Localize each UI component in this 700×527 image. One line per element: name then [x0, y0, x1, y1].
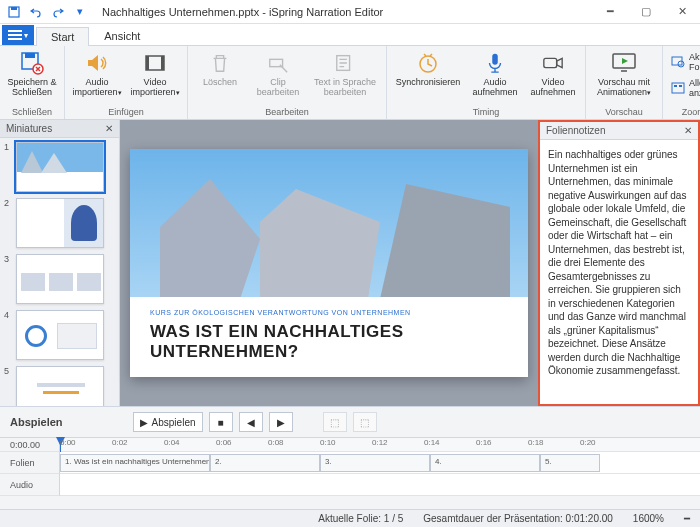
svg-rect-20 — [674, 85, 677, 87]
tab-view[interactable]: Ansicht — [89, 26, 155, 45]
minimize-button[interactable]: ━ — [596, 3, 624, 21]
svg-rect-14 — [492, 54, 498, 65]
svg-rect-10 — [161, 56, 164, 70]
slide-title: WAS IST EIN NACHHALTIGES UNTERNEHMEN? — [150, 322, 508, 361]
timeline-grid: 0:00.00 0:000:020:040:060:080:100:120:14… — [0, 437, 700, 509]
quick-access-toolbar: ▾ — [4, 3, 90, 21]
svg-rect-2 — [8, 30, 22, 32]
import-audio-button[interactable]: Audio importieren▾ — [71, 50, 123, 105]
tts-button[interactable]: Text in Sprache bearbeiten — [310, 50, 380, 105]
edit-clip-button[interactable]: Clip bearbeiten — [252, 50, 304, 105]
speaker-icon — [84, 50, 110, 76]
work-area: Miniatures ✕ 1 2 3 4 5 KURS ZUR ÖKOLOGIS… — [0, 120, 700, 406]
ribbon-tabs: ▾ Start Ansicht — [0, 24, 700, 46]
sync-button[interactable]: Synchronisieren — [393, 50, 463, 105]
thumbnail-4[interactable] — [16, 310, 104, 360]
preview-button[interactable]: Vorschau mit Animationen▾ — [592, 50, 656, 105]
title-bar: ▾ Nachhaltiges Unternehmen.pptx - iSprin… — [0, 0, 700, 24]
slide-clip-3[interactable]: 3. — [320, 454, 430, 472]
status-bar: Aktuelle Folie: 1 / 5 Gesamtdauer der Pr… — [0, 509, 700, 527]
prev-button[interactable]: ◀ — [239, 412, 263, 432]
slide-clip-5[interactable]: 5. — [540, 454, 600, 472]
ribbon-group-edit: Löschen Clip bearbeiten Text in Sprache … — [188, 46, 387, 119]
svg-rect-6 — [25, 53, 35, 58]
slide[interactable]: KURS ZUR ÖKOLOGISCHEN VERANTWORTUNG VON … — [130, 149, 528, 377]
marker-a-button[interactable]: ⬚ — [323, 412, 347, 432]
close-button[interactable]: ✕ — [668, 3, 696, 21]
fit-all-icon — [671, 81, 685, 95]
maximize-button[interactable]: ▢ — [632, 3, 660, 21]
audio-track[interactable] — [60, 474, 700, 496]
undo-icon[interactable] — [26, 3, 46, 21]
slide-canvas: KURS ZUR ÖKOLOGISCHEN VERANTWORTUNG VON … — [120, 120, 538, 406]
slide-zoom-icon — [671, 55, 685, 69]
zoom-current-slide-button[interactable]: Aktuelle Folie — [669, 50, 700, 74]
camera-icon — [540, 50, 566, 76]
next-button[interactable]: ▶ — [269, 412, 293, 432]
notes-header: Foliennotizen ✕ — [540, 122, 698, 140]
stop-button[interactable]: ■ — [209, 412, 233, 432]
play-button[interactable]: ▶ Abspielen — [133, 412, 203, 432]
timeline-panel: Abspielen ▶ Abspielen ■ ◀ ▶ ⬚ ⬚ 0:00.00 … — [0, 406, 700, 509]
slide-hero-image — [130, 149, 528, 297]
ribbon-group-preview: Vorschau mit Animationen▾ Vorschau — [586, 46, 663, 119]
miniatures-panel: Miniatures ✕ 1 2 3 4 5 — [0, 120, 120, 406]
record-audio-button[interactable]: Audio aufnehmen — [469, 50, 521, 105]
svg-rect-3 — [8, 34, 22, 36]
svg-rect-1 — [11, 7, 17, 10]
svg-rect-21 — [679, 85, 682, 87]
timeline-toolbar: Abspielen ▶ Abspielen ■ ◀ ▶ ⬚ ⬚ — [0, 407, 700, 437]
status-duration: Gesamtdauer der Präsentation: 0:01:20.00 — [423, 513, 613, 524]
marker-b-button[interactable]: ⬚ — [353, 412, 377, 432]
delete-button[interactable]: Löschen — [194, 50, 246, 105]
microphone-icon — [482, 50, 508, 76]
thumbnail-3[interactable] — [16, 254, 104, 304]
redo-icon[interactable] — [48, 3, 68, 21]
ribbon: Speichern & Schließen Schließen Audio im… — [0, 46, 700, 120]
notes-body[interactable]: Ein nachhaltiges oder grünes Unternehmen… — [540, 140, 698, 404]
tts-icon — [332, 50, 358, 76]
svg-rect-19 — [672, 83, 684, 93]
app-menu-button[interactable]: ▾ — [2, 25, 34, 45]
thumbnail-list[interactable]: 1 2 3 4 5 — [0, 138, 119, 406]
zoom-out-button[interactable]: ━ — [684, 513, 690, 524]
slides-track[interactable]: 1. Was ist ein nachhaltiges Unternehmen?… — [60, 452, 700, 474]
slide-clip-2[interactable]: 2. — [210, 454, 320, 472]
window-title: Nachhaltiges Unternehmen.pptx - iSpring … — [102, 6, 383, 18]
zoom-show-all-button[interactable]: Alles anzeigen — [669, 76, 700, 100]
save-close-button[interactable]: Speichern & Schließen — [6, 50, 58, 105]
slide-notes-panel: Foliennotizen ✕ Ein nachhaltiges oder gr… — [538, 120, 700, 406]
status-zoom[interactable]: 1600% — [633, 513, 664, 524]
record-video-button[interactable]: Video aufnehmen — [527, 50, 579, 105]
svg-rect-9 — [146, 56, 149, 70]
notes-close-icon[interactable]: ✕ — [684, 125, 692, 136]
ribbon-group-timing: Synchronisieren Audio aufnehmen Video au… — [387, 46, 586, 119]
qat-menu-icon[interactable]: ▾ — [70, 3, 90, 21]
window-controls: ━ ▢ ✕ — [596, 3, 696, 21]
thumbnail-2[interactable] — [16, 198, 104, 248]
slide-clip-1[interactable]: 1. Was ist ein nachhaltiges Unternehmen? — [60, 454, 210, 472]
save-icon[interactable] — [4, 3, 24, 21]
trash-icon — [207, 50, 233, 76]
svg-rect-4 — [8, 38, 22, 40]
thumbnail-1[interactable] — [16, 142, 104, 192]
film-icon — [142, 50, 168, 76]
monitor-play-icon — [611, 50, 637, 76]
import-video-button[interactable]: Video importieren▾ — [129, 50, 181, 105]
svg-point-18 — [678, 61, 684, 67]
timeline-ruler[interactable]: 0:000:020:040:060:080:100:120:140:160:18… — [60, 438, 700, 452]
status-current-slide: Aktuelle Folie: 1 / 5 — [318, 513, 403, 524]
tab-start[interactable]: Start — [36, 27, 89, 46]
clip-edit-icon — [265, 50, 291, 76]
slide-clip-4[interactable]: 4. — [430, 454, 540, 472]
svg-rect-15 — [544, 58, 557, 67]
ribbon-group-close: Speichern & Schließen Schließen — [0, 46, 65, 119]
ribbon-group-zoom: Aktuelle Folie Alles anzeigen Zoomen — [663, 46, 700, 119]
save-close-icon — [19, 50, 45, 76]
miniatures-header: Miniatures ✕ — [0, 120, 119, 138]
thumbnail-5[interactable] — [16, 366, 104, 406]
ribbon-group-insert: Audio importieren▾ Video importieren▾ Ei… — [65, 46, 188, 119]
slide-overline: KURS ZUR ÖKOLOGISCHEN VERANTWORTUNG VON … — [150, 309, 508, 316]
miniatures-close-icon[interactable]: ✕ — [105, 123, 113, 134]
clock-icon — [415, 50, 441, 76]
